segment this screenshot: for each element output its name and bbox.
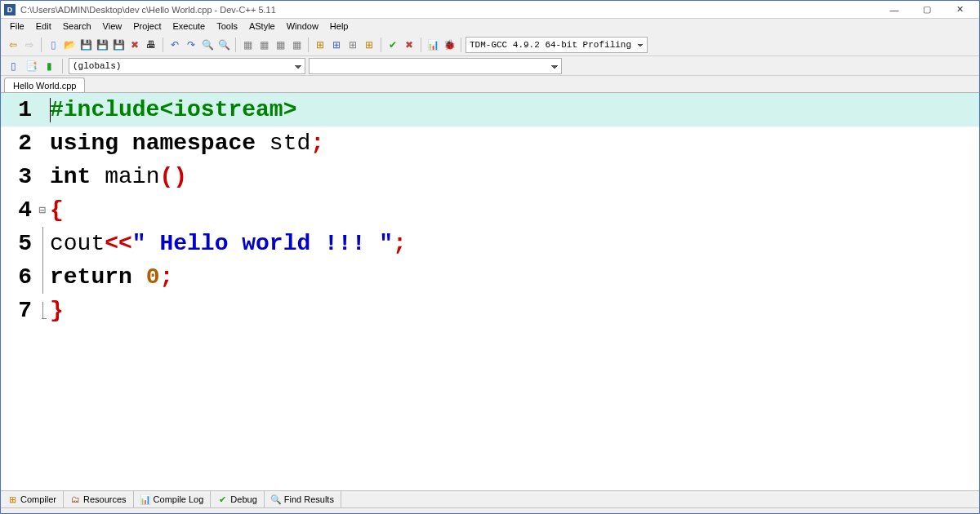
debug-options-icon[interactable]: 🐞 <box>442 38 457 52</box>
menu-file[interactable]: File <box>4 21 30 31</box>
goto-icon[interactable]: 📑 <box>24 59 38 73</box>
code-text[interactable]: using namespace std; <box>48 131 324 156</box>
code-line[interactable]: 3int main() <box>1 160 979 193</box>
file-tab-bar: Hello World.cpp <box>1 76 979 92</box>
menu-edit[interactable]: Edit <box>30 21 57 31</box>
window-controls: — ▢ ✕ <box>878 2 976 18</box>
bottom-tab-debug[interactable]: ✔Debug <box>211 491 264 507</box>
code-text[interactable]: cout<<" Hello world !!! "; <box>48 231 407 256</box>
bottom-tab-resources[interactable]: 🗂Resources <box>64 491 134 507</box>
code-editor[interactable]: 1#include<iostream>2using namespace std;… <box>1 92 979 490</box>
grid2-icon[interactable]: ⊞ <box>329 38 344 52</box>
maximize-button[interactable]: ▢ <box>911 2 943 18</box>
debug-icon: ✔ <box>217 494 227 504</box>
code-line[interactable]: 5cout<<" Hello world !!! "; <box>1 227 979 260</box>
fold-gutter <box>37 260 48 294</box>
line-number: 2 <box>1 131 37 156</box>
bottom-tab-label: Find Results <box>284 494 334 504</box>
line-number: 4 <box>1 197 37 223</box>
code-line[interactable]: 7} <box>1 294 979 327</box>
undo-icon[interactable]: ↶ <box>167 38 182 52</box>
toolbar-separator <box>461 38 461 52</box>
code-line[interactable]: 6return 0; <box>1 260 979 294</box>
function-selector[interactable] <box>309 58 562 74</box>
bookmark-icon[interactable]: ▮ <box>42 59 56 73</box>
menu-view[interactable]: View <box>97 21 128 31</box>
bottom-tab-label: Compile Log <box>154 494 204 504</box>
grid4-icon[interactable]: ⊞ <box>362 38 376 52</box>
compiler-selector[interactable]: TDM-GCC 4.9.2 64-bit Profiling <box>466 37 648 53</box>
bottom-tab-compile-log[interactable]: 📊Compile Log <box>134 491 212 507</box>
fold-gutter <box>37 302 48 319</box>
menu-help[interactable]: Help <box>324 21 354 31</box>
code-text[interactable]: { <box>48 197 64 223</box>
bottom-tab-label: Debug <box>230 494 256 504</box>
print-icon[interactable]: 🖶 <box>144 38 158 52</box>
compile-icon[interactable]: ▦ <box>240 38 255 52</box>
close-button[interactable]: ✕ <box>943 2 976 18</box>
find-icon[interactable]: 🔍 <box>200 38 215 52</box>
code-line[interactable]: 1#include<iostream> <box>1 93 979 126</box>
bottom-tab-label: Resources <box>83 494 127 504</box>
bottom-tab-find-results[interactable]: 🔍Find Results <box>265 491 341 507</box>
code-text[interactable]: int main() <box>48 164 187 189</box>
code-line[interactable]: 2using namespace std; <box>1 126 979 160</box>
code-text[interactable]: } <box>48 298 64 323</box>
save-all-icon[interactable]: 💾 <box>95 38 109 52</box>
line-number: 5 <box>1 231 37 256</box>
save-as-icon[interactable]: 💾 <box>111 38 126 52</box>
fold-gutter[interactable]: ⊟ <box>37 203 48 217</box>
menu-project[interactable]: Project <box>127 21 167 31</box>
fold-gutter <box>37 227 48 260</box>
compile-run-icon[interactable]: ▦ <box>273 38 287 52</box>
run-icon[interactable]: ▦ <box>256 38 271 52</box>
forward-icon[interactable]: ⇨ <box>22 38 37 52</box>
bottom-tab-bar: ⊞Compiler🗂Resources📊Compile Log✔Debug🔍Fi… <box>1 490 979 508</box>
bottom-tab-compiler[interactable]: ⊞Compiler <box>1 491 64 507</box>
new-file-icon[interactable]: ▯ <box>46 38 60 52</box>
status-bar <box>1 508 979 513</box>
app-icon: D <box>4 4 16 16</box>
compiler-icon: ⊞ <box>7 494 17 504</box>
grid1-icon[interactable]: ⊞ <box>313 38 327 52</box>
rebuild-icon[interactable]: ▦ <box>289 38 304 52</box>
scope-selector[interactable]: (globals) <box>69 58 305 74</box>
code-line[interactable]: 4⊟{ <box>1 193 979 227</box>
find-results-icon: 🔍 <box>271 494 281 504</box>
profile-icon[interactable]: 📊 <box>425 38 440 52</box>
line-number: 3 <box>1 164 37 189</box>
check-icon[interactable]: ✔ <box>385 38 400 52</box>
cancel-icon[interactable]: ✖ <box>402 38 416 52</box>
menu-bar: FileEditSearchViewProjectExecuteToolsASt… <box>1 19 979 33</box>
file-tab-label: Hello World.cpp <box>13 81 76 91</box>
back-icon[interactable]: ⇦ <box>6 38 20 52</box>
new-class-icon[interactable]: ▯ <box>6 59 20 73</box>
minimize-button[interactable]: — <box>878 2 911 18</box>
file-tab[interactable]: Hello World.cpp <box>4 78 85 92</box>
toolbar-separator <box>62 59 63 73</box>
redo-icon[interactable]: ↷ <box>184 38 198 52</box>
menu-astyle[interactable]: AStyle <box>243 21 281 31</box>
toolbar-separator <box>235 38 236 52</box>
title-bar: D C:\Users\ADMIN\Desktop\dev c\Hello Wor… <box>1 1 979 19</box>
replace-icon[interactable]: 🔍 <box>216 38 231 52</box>
code-text[interactable]: return 0; <box>48 264 173 290</box>
menu-execute[interactable]: Execute <box>167 21 211 31</box>
compile-log-icon: 📊 <box>140 494 150 504</box>
toolbar-separator <box>308 38 309 52</box>
menu-search[interactable]: Search <box>57 21 97 31</box>
open-icon[interactable]: 📂 <box>62 38 77 52</box>
menu-tools[interactable]: Tools <box>211 21 243 31</box>
save-icon[interactable]: 💾 <box>78 38 93 52</box>
menu-window[interactable]: Window <box>281 21 324 31</box>
toolbar-separator <box>381 38 381 52</box>
toolbar-separator <box>421 38 421 52</box>
grid3-icon[interactable]: ⊞ <box>345 38 360 52</box>
code-text[interactable]: #include<iostream> <box>48 97 296 122</box>
line-number: 1 <box>1 97 37 122</box>
close-file-icon[interactable]: ✖ <box>127 38 142 52</box>
line-number: 7 <box>1 298 37 323</box>
line-number: 6 <box>1 264 37 290</box>
toolbar-separator <box>41 38 42 52</box>
window-title: C:\Users\ADMIN\Desktop\dev c\Hello World… <box>20 5 276 15</box>
